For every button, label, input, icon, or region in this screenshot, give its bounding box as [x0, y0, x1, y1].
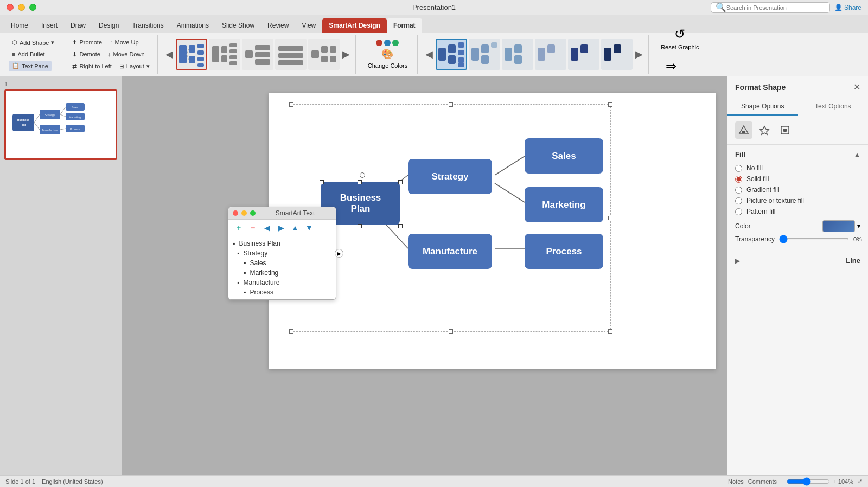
pane-item-marketing[interactable]: ▪ Marketing	[228, 268, 336, 278]
change-colors-button[interactable]: 🎨 Change Colors	[362, 36, 413, 72]
handle-right[interactable]	[608, 216, 612, 220]
demote-button[interactable]: ⬇ Demote	[69, 49, 104, 60]
fill-color-dropdown[interactable]: ▾	[857, 222, 860, 230]
style-thumb-6[interactable]	[601, 39, 633, 70]
layout-thumb-2[interactable]	[209, 39, 240, 70]
style-thumb-4[interactable]	[535, 39, 566, 70]
box-manufacture[interactable]: Manufacture	[408, 234, 492, 269]
tab-review[interactable]: Review	[261, 18, 295, 33]
notes-button[interactable]: Notes	[728, 478, 744, 485]
style-thumb-2[interactable]	[469, 39, 500, 70]
move-down-button[interactable]: ↓ Move Down	[105, 49, 148, 60]
styles-next-button[interactable]: ▶	[634, 47, 644, 61]
box-sales[interactable]: Sales	[525, 138, 603, 174]
close-button[interactable]	[7, 4, 14, 11]
format-fill-line-button[interactable]	[735, 121, 752, 139]
bp-rotate-handle[interactable]	[360, 172, 365, 178]
reset-graphic-button[interactable]: ↺ Reset Graphic	[655, 23, 704, 54]
style-thumb-3[interactable]	[502, 39, 533, 70]
fill-radio-picture[interactable]	[735, 197, 742, 204]
bp-handle-br[interactable]	[398, 224, 403, 228]
fill-radio-gradient[interactable]	[735, 187, 742, 194]
add-shape-button[interactable]: ⬡ Add Shape ▾	[9, 37, 58, 48]
add-bullet-button[interactable]: ≡ Add Bullet	[9, 49, 48, 59]
tab-smartart-design[interactable]: SmartArt Design	[322, 18, 387, 33]
layout-button[interactable]: ⊞ Layout ▾	[116, 61, 153, 72]
fill-radio-pattern[interactable]	[735, 208, 742, 215]
zoom-slider[interactable]	[787, 477, 830, 486]
fill-option-solid[interactable]: Solid fill	[735, 174, 860, 184]
layouts-next-button[interactable]: ▶	[341, 47, 351, 61]
handle-topleft[interactable]	[289, 102, 293, 107]
transparency-slider[interactable]	[779, 238, 849, 240]
layout-thumb-1[interactable]	[176, 39, 207, 70]
pane-up-button[interactable]: ▲	[289, 222, 301, 234]
bp-handle-bm[interactable]	[358, 224, 362, 228]
tab-insert[interactable]: Insert	[35, 18, 64, 33]
promote-button[interactable]: ⬆ Promote	[69, 37, 105, 48]
pane-item-manufacture[interactable]: ▪ Manufacture	[228, 278, 336, 287]
zoom-out-button[interactable]: −	[781, 478, 784, 485]
share-button[interactable]: 👤 Share	[834, 4, 861, 11]
tab-slideshow[interactable]: Slide Show	[215, 18, 261, 33]
box-marketing[interactable]: Marketing	[525, 187, 603, 222]
pane-min-button[interactable]	[241, 210, 247, 216]
format-tab-text-options[interactable]: Text Options	[798, 98, 869, 116]
pane-close-button[interactable]	[233, 210, 238, 216]
layouts-prev-button[interactable]: ◀	[164, 47, 174, 61]
comments-button[interactable]: Comments	[748, 478, 777, 485]
layout-thumb-4[interactable]	[275, 39, 307, 70]
bp-handle-tr[interactable]	[398, 180, 403, 184]
pane-max-button[interactable]	[250, 210, 256, 216]
handle-topright[interactable]	[608, 102, 612, 107]
slide-thumbnail-1[interactable]: Business Plan Strategy Manufacture Sales…	[4, 89, 117, 160]
pane-remove-button[interactable]: −	[247, 222, 259, 234]
handle-bottomleft[interactable]	[289, 329, 293, 334]
pane-item-process[interactable]: ▪ Process	[228, 287, 336, 297]
format-tab-shape-options[interactable]: Shape Options	[727, 98, 798, 116]
format-effects-button[interactable]	[756, 121, 773, 139]
pane-down-button[interactable]: ▼	[303, 222, 315, 234]
fill-section-header[interactable]: Fill ▲	[735, 150, 860, 158]
tab-design[interactable]: Design	[92, 18, 125, 33]
tab-view[interactable]: View	[295, 18, 322, 33]
minimize-button[interactable]	[18, 4, 25, 11]
fill-color-swatch[interactable]	[822, 220, 855, 232]
pane-left-button[interactable]: ◀	[261, 222, 273, 234]
move-up-button[interactable]: ↑ Move Up	[106, 37, 142, 48]
fill-option-gradient[interactable]: Gradient fill	[735, 184, 860, 195]
fill-option-picture[interactable]: Picture or texture fill	[735, 195, 860, 206]
search-input[interactable]	[726, 4, 825, 11]
pane-right-button[interactable]: ▶	[275, 222, 287, 234]
maximize-button[interactable]	[29, 4, 36, 11]
tab-draw[interactable]: Draw	[64, 18, 92, 33]
fit-window-button[interactable]: ⤢	[858, 478, 863, 485]
bp-handle-tm[interactable]	[358, 180, 362, 184]
box-strategy[interactable]: Strategy	[408, 159, 492, 194]
style-thumb-5[interactable]	[568, 39, 599, 70]
pane-item-sales[interactable]: ▪ Sales	[228, 258, 336, 268]
fill-option-none[interactable]: No fill	[735, 163, 860, 174]
pane-expand-button[interactable]: ▶	[335, 249, 343, 258]
fill-radio-none[interactable]	[735, 165, 742, 172]
format-size-properties-button[interactable]	[776, 121, 794, 139]
bp-handle-tl[interactable]	[320, 180, 324, 184]
handle-top[interactable]	[449, 102, 453, 107]
handle-bottom[interactable]	[449, 329, 453, 334]
tab-transitions[interactable]: Transitions	[125, 18, 170, 33]
styles-prev-button[interactable]: ◀	[424, 47, 434, 61]
line-section-header[interactable]: ▶ Line	[735, 257, 860, 265]
box-process[interactable]: Process	[525, 234, 603, 269]
tab-animations[interactable]: Animations	[170, 18, 215, 33]
text-pane-button[interactable]: 📋 Text Pane	[9, 61, 52, 71]
handle-bottomright[interactable]	[608, 329, 612, 334]
fill-option-pattern[interactable]: Pattern fill	[735, 206, 860, 217]
layout-thumb-3[interactable]	[242, 39, 273, 70]
format-panel-close-button[interactable]: ✕	[853, 82, 860, 92]
pane-item-strategy[interactable]: ▪ Strategy	[228, 248, 336, 258]
tab-format[interactable]: Format	[387, 18, 422, 33]
pane-add-button[interactable]: +	[233, 222, 245, 234]
search-bar[interactable]: 🔍	[711, 2, 830, 13]
fill-radio-solid[interactable]	[735, 176, 742, 183]
tab-home[interactable]: Home	[4, 18, 35, 33]
